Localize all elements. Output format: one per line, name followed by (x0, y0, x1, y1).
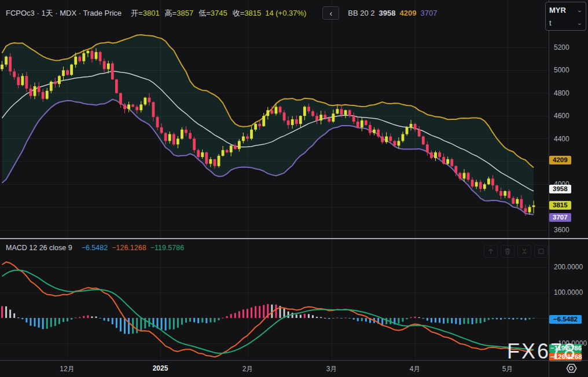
ohlc-item: 开=3801 (131, 8, 160, 19)
macd-line-value: −126.1268 (112, 244, 146, 252)
axis-tick-label: 200.0000 (554, 263, 583, 271)
unit-dropdown[interactable]: t ⌄ (549, 17, 582, 28)
price-label-chip: 3958 (549, 185, 571, 193)
axis-tick-label: 4800 (554, 89, 569, 97)
macd-indicator-title[interactable]: MACD 12 26 close 9 (6, 244, 72, 252)
chevron-down-icon: ⌄ (577, 19, 582, 27)
axis-tick-label: 4600 (554, 112, 569, 120)
ohlc-item: 高=3857 (165, 8, 194, 19)
macd-pane-chart[interactable] (0, 239, 549, 360)
price-label-chip: 3707 (549, 213, 571, 222)
price-pane-chart[interactable] (0, 0, 549, 238)
axis-tick-label: 5200 (554, 43, 569, 52)
bb-basis-value: 3958 (379, 9, 396, 17)
time-axis[interactable]: 12月20252月3月4月5月 (0, 360, 588, 377)
fx678-logo-gear-icon (564, 361, 578, 375)
axis-tick-label: 3600 (554, 226, 569, 234)
axis-tick-label: 5000 (554, 66, 569, 74)
time-axis-label: 3月 (326, 364, 337, 374)
unit-label: t (549, 19, 552, 27)
price-label-chip: 3815 (549, 201, 571, 210)
ohlc-values: 开=3801高=3857低=3745收=3815 (131, 8, 261, 19)
time-axis-label: 2025 (153, 364, 168, 372)
ohlc-item: 低=3745 (199, 8, 227, 19)
time-axis-label: 5月 (502, 364, 513, 374)
pane-divider[interactable] (0, 238, 588, 239)
axis-tick-label: 100.0000 (554, 288, 583, 297)
time-axis-divider (0, 360, 588, 361)
collapse-indicators-button[interactable]: ‹ (322, 6, 339, 20)
currency-dropdown[interactable]: MYR ⌄ (549, 4, 582, 16)
time-axis-label: 4月 (410, 364, 421, 374)
ohlc-item: 收=3815 (233, 8, 262, 19)
chart-window: FCPOc3 · 1天 · MDX · Trade Price 开=3801高=… (0, 0, 588, 377)
pane-controls (484, 245, 548, 258)
macd-signal-value: −119.5786 (150, 244, 185, 252)
price-axis[interactable]: 5200500048004600440040003600200.0000100.… (549, 0, 588, 360)
time-axis-label: 12月 (60, 364, 74, 374)
bb-lower-value: 3707 (420, 9, 437, 17)
price-label-chip: −6.5482 (549, 315, 582, 324)
bb-upper-value: 4209 (400, 9, 417, 17)
change-value: 14 (+0.37%) (265, 9, 306, 17)
currency-label: MYR (549, 6, 566, 14)
bb-indicator-title[interactable]: BB 20 2 (348, 9, 374, 17)
maximize-pane-button[interactable] (534, 245, 548, 258)
fx678-watermark: FX678 (507, 339, 577, 364)
time-axis-label: 2月 (242, 364, 253, 374)
symbol-legend: FCPOc3 · 1天 · MDX · Trade Price 开=3801高=… (6, 6, 437, 20)
move-pane-up-button[interactable] (484, 245, 498, 258)
delete-pane-button[interactable] (501, 245, 514, 258)
macd-legend: MACD 12 26 close 9 −6.5482 −126.1268 −11… (6, 244, 184, 252)
currency-unit-widget: MYR ⌄ t ⌄ (545, 2, 586, 31)
collapse-pane-button[interactable] (517, 245, 531, 258)
macd-histogram-value: −6.5482 (82, 244, 108, 252)
chevron-down-icon: ⌄ (577, 6, 582, 14)
price-label-chip: 4209 (549, 156, 571, 164)
symbol-title[interactable]: FCPOc3 · 1天 · MDX · Trade Price (6, 8, 122, 19)
axis-tick-label: 4400 (554, 135, 569, 143)
